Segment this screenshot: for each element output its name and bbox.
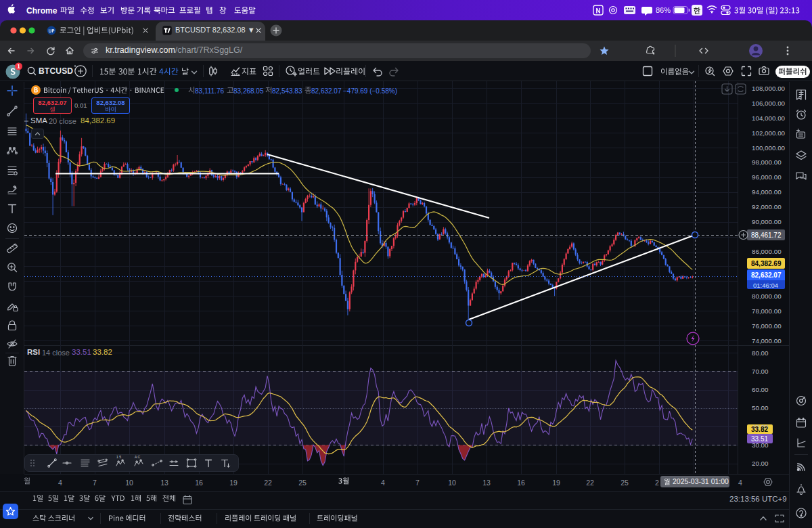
- svg-text:1 5: 1 5: [116, 455, 121, 459]
- svg-text:A C: A C: [135, 455, 140, 459]
